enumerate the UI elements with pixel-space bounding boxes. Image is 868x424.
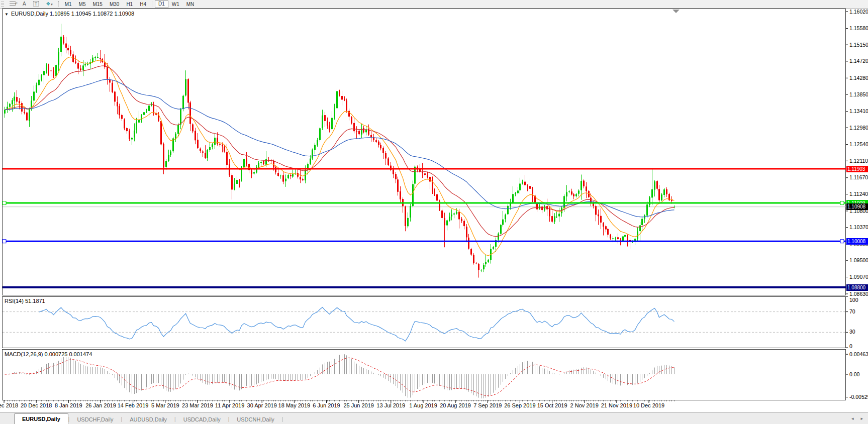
toolbar: F A T ❖▾ M1M5M15M30H1H4D1W1MN [0,0,868,9]
label-icon[interactable]: T [30,1,43,8]
svg-text:1.13410: 1.13410 [849,108,868,114]
macd-label: MACD(12,26,9) 0.000725 0.001474 [5,351,92,357]
tab-separator: | [282,416,283,422]
svg-text:70: 70 [849,308,855,314]
rsi-label: RSI(14) 51.1871 [5,298,45,304]
rsi-value: 51.1871 [25,298,45,304]
svg-text:15 Oct 2019: 15 Oct 2019 [537,402,567,408]
svg-text:1.10370: 1.10370 [849,224,868,230]
chart-surface[interactable]: 1.160201.155801.151501.147201.142801.138… [0,0,868,424]
svg-text:26 Jan 2019: 26 Jan 2019 [85,402,116,408]
svg-text:0: 0 [849,343,852,349]
tab-scroll-left-icon[interactable]: ◂ [851,416,854,421]
tab-usdcad[interactable]: USDCAD,Daily [176,415,228,424]
svg-text:100: 100 [849,297,858,303]
trading-platform-window: { "toolbar": { "drawing_tools": [ {"name… [0,0,868,424]
svg-text:1.13850: 1.13850 [849,91,868,97]
dropdown-arrow-icon[interactable]: ▾ [51,3,53,6]
svg-text:21 Nov 2019: 21 Nov 2019 [601,402,632,408]
svg-text:0.00: 0.00 [849,371,860,377]
svg-text:7 Sep 2019: 7 Sep 2019 [473,402,502,408]
timeframe-button-M5[interactable]: M5 [75,1,89,8]
svg-text:-0.005299: -0.005299 [849,394,868,400]
arrows-icon[interactable]: ❖▾ [42,1,56,8]
svg-text:1.08630: 1.08630 [849,291,868,297]
svg-text:23 Mar 2019: 23 Mar 2019 [182,402,213,408]
chart-canvas: 1.160201.155801.151501.147201.142801.138… [0,0,868,424]
ohlc-open: 1.10895 [50,11,70,17]
chart-symbol-period: EURUSD,Daily [11,11,48,17]
svg-text:25 Jun 2019: 25 Jun 2019 [343,402,374,408]
current-price-label: 1.10908 [846,203,868,210]
svg-text:10 Dec 2019: 10 Dec 2019 [633,402,664,408]
svg-text:1.15580: 1.15580 [849,25,868,31]
svg-text:1.09500: 1.09500 [849,257,868,263]
svg-text:20 Dec 2018: 20 Dec 2018 [21,402,52,408]
svg-text:1.16020: 1.16020 [849,9,868,15]
svg-text:18 May 2019: 18 May 2019 [278,402,311,408]
tab-eurusd[interactable]: EURUSD,Daily [14,413,68,424]
svg-text:1.14280: 1.14280 [849,75,868,81]
timeframe-button-M15[interactable]: M15 [89,1,106,8]
price-label-1.08800: 1.08800 [846,284,868,291]
timeframe-button-W1[interactable]: W1 [168,1,183,8]
svg-text:1.12110: 1.12110 [849,158,868,164]
price-label-1.10008: 1.10008 [846,238,868,245]
fibonacci-icon[interactable]: F [6,1,19,8]
toolbar-drag-handle[interactable] [1,2,4,7]
svg-text:11 Apr 2019: 11 Apr 2019 [215,402,245,408]
svg-text:1.12540: 1.12540 [849,141,868,147]
symbol-tabbar: EURUSD,Daily|USDCHF,Daily|AUDUSD,Daily|U… [0,412,868,424]
svg-text:0.00463: 0.00463 [849,351,868,357]
timeframe-button-H4[interactable]: H4 [136,1,150,8]
svg-text:1 Dec 2018: 1 Dec 2018 [0,402,18,408]
price-label-1.11903: 1.11903 [846,166,868,172]
svg-text:26 Sep 2019: 26 Sep 2019 [504,402,535,408]
ohlc-low: 1.10872 [93,11,113,17]
toolbar-separator [58,1,59,7]
svg-text:2 Nov 2019: 2 Nov 2019 [570,402,599,408]
tab-usdcnh[interactable]: USDCNH,Daily [229,415,282,424]
svg-text:1.09070: 1.09070 [849,274,868,280]
svg-text:5 Mar 2019: 5 Mar 2019 [151,402,179,408]
toolbar-separator [152,1,153,7]
text-icon[interactable]: A [19,1,30,8]
tab-usdchf[interactable]: USDCHF,Daily [69,415,121,424]
timeframe-button-M30[interactable]: M30 [106,1,123,8]
timeframe-button-M1[interactable]: M1 [61,1,75,8]
svg-text:1.11240: 1.11240 [849,191,868,197]
ohlc-high: 1.10945 [71,11,91,17]
ohlc-close: 1.10908 [114,11,134,17]
svg-text:1.15150: 1.15150 [849,42,868,48]
macd-value-signal: 0.001474 [69,351,92,357]
tab-audusd[interactable]: AUDUSD,Daily [122,415,174,424]
svg-text:8 Jan 2019: 8 Jan 2019 [55,402,82,408]
macd-value-main: 0.000725 [44,351,67,357]
svg-text:13 Jul 2019: 13 Jul 2019 [376,402,405,408]
svg-text:1.12980: 1.12980 [849,125,868,131]
timeframe-button-MN[interactable]: MN [183,1,198,8]
svg-text:1 Aug 2019: 1 Aug 2019 [409,402,437,408]
timeframe-button-D1[interactable]: D1 [155,1,168,8]
timeframe-group: M1M5M15M30H1H4D1W1MN [61,1,198,8]
svg-text:30 Apr 2019: 30 Apr 2019 [247,402,277,408]
svg-text:30: 30 [849,329,855,335]
chart-title: ▼EURUSD,Daily 1.10895 1.10945 1.10872 1.… [5,11,134,17]
chart-context-caret-icon[interactable]: ▼ [5,12,9,17]
svg-text:14 Feb 2019: 14 Feb 2019 [118,402,149,408]
timeframe-button-H1[interactable]: H1 [123,1,136,8]
tab-scroll-right-icon[interactable]: ▸ [860,416,863,421]
svg-text:1.11670: 1.11670 [849,174,868,180]
svg-text:1.14720: 1.14720 [849,58,868,64]
svg-text:20 Aug 2019: 20 Aug 2019 [440,402,471,408]
svg-text:6 Jun 2019: 6 Jun 2019 [313,402,340,408]
